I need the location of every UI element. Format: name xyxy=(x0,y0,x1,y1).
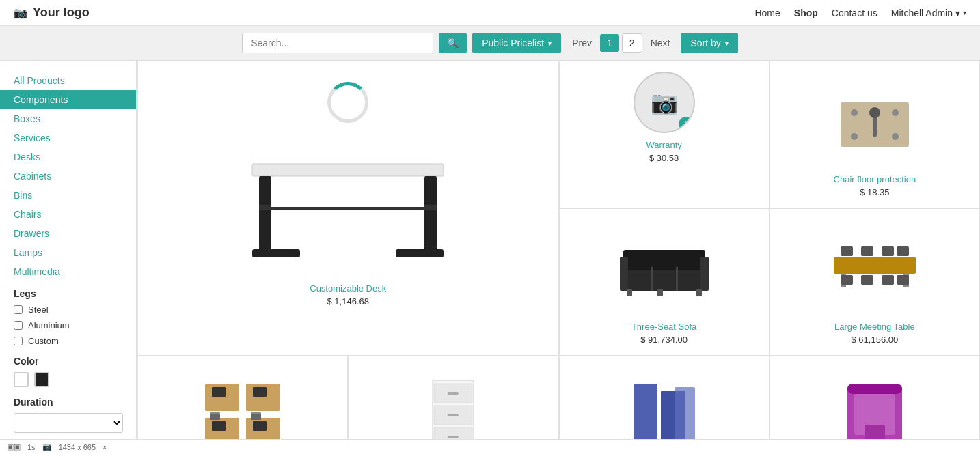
svg-rect-4 xyxy=(396,249,444,257)
page-1-button[interactable]: 1 xyxy=(600,34,619,52)
product-name-chair-floor: Chair floor protection xyxy=(834,174,916,184)
black-swatch[interactable] xyxy=(34,372,49,387)
product-price-three-seat-sofa: $ 91,734.00 xyxy=(640,335,688,345)
svg-rect-19 xyxy=(620,257,628,291)
custom-checkbox[interactable] xyxy=(14,337,23,345)
product-image-sofa xyxy=(570,219,759,315)
color-swatches xyxy=(0,369,136,390)
svg-rect-33 xyxy=(882,275,894,285)
product-three-seat-sofa[interactable]: Three-Seat Sofa $ 91,734.00 xyxy=(559,208,770,356)
bottom-close[interactable]: × xyxy=(103,443,107,451)
sidebar-item-drawers[interactable]: Drawers xyxy=(0,224,136,243)
aluminium-label: Aluminium xyxy=(28,320,70,330)
product-price-chair-floor: $ 18.35 xyxy=(860,187,889,197)
sidebar-item-desks[interactable]: Desks xyxy=(0,147,136,167)
duration-section-label: Duration xyxy=(0,390,136,410)
search-bar: 🔍 Public Pricelist Prev 1 2 Next Sort by xyxy=(0,26,980,61)
sidebar-item-multimedia[interactable]: Multimedia xyxy=(0,262,136,281)
svg-rect-62 xyxy=(847,384,902,394)
svg-rect-22 xyxy=(657,289,663,296)
svg-rect-18 xyxy=(676,267,678,291)
nav-shop[interactable]: Shop xyxy=(794,8,818,18)
sortby-button[interactable]: Sort by xyxy=(681,33,737,53)
svg-rect-30 xyxy=(897,246,909,256)
nav-links: Home Shop Contact us Mitchell Admin ▾ xyxy=(754,8,966,18)
svg-rect-28 xyxy=(861,246,873,256)
product-chair-floor-protection[interactable]: Chair floor protection $ 18.35 xyxy=(770,61,980,208)
product-warranty[interactable]: 📷 + Warranty $ 30.58 xyxy=(559,61,770,208)
nav-contact[interactable]: Contact us xyxy=(832,8,877,18)
sidebar: All Products Components Boxes Services D… xyxy=(0,61,137,454)
bottom-camera-icon: 📷 xyxy=(42,442,52,451)
svg-rect-5 xyxy=(259,205,271,210)
svg-rect-42 xyxy=(251,414,261,420)
product-image-customizable-desk xyxy=(148,72,548,276)
next-button[interactable]: Next xyxy=(645,34,676,52)
svg-rect-3 xyxy=(252,249,300,257)
custom-label: Custom xyxy=(28,336,59,346)
svg-rect-58 xyxy=(675,387,695,445)
search-button[interactable]: 🔍 xyxy=(439,33,467,53)
product-grid: Customizable Desk $ 1,146.68 📷 + Warrant… xyxy=(137,61,980,454)
header: 📷 Your logo Home Shop Contact us Mitchel… xyxy=(0,0,980,26)
product-name-large-meeting: Large Meeting Table xyxy=(834,322,915,332)
nav-home[interactable]: Home xyxy=(754,8,780,18)
svg-rect-53 xyxy=(448,436,459,438)
svg-rect-56 xyxy=(634,384,657,445)
svg-rect-51 xyxy=(448,414,459,416)
sidebar-item-bins[interactable]: Bins xyxy=(0,186,136,205)
pagination: Prev 1 2 Next xyxy=(567,33,675,53)
loading-spinner xyxy=(327,82,368,123)
svg-rect-0 xyxy=(252,164,444,176)
logo-icon: 📷 xyxy=(14,6,27,19)
sidebar-item-cabinets[interactable]: Cabinets xyxy=(0,167,136,186)
search-input[interactable] xyxy=(242,33,433,53)
svg-rect-32 xyxy=(861,275,873,285)
svg-rect-7 xyxy=(271,207,424,210)
svg-rect-6 xyxy=(424,205,437,210)
duration-select[interactable] xyxy=(14,413,123,433)
aluminium-checkbox[interactable] xyxy=(14,321,23,330)
svg-rect-31 xyxy=(841,275,853,285)
sidebar-item-boxes[interactable]: Boxes xyxy=(0,109,136,128)
svg-rect-15 xyxy=(623,267,705,291)
prev-button[interactable]: Prev xyxy=(567,34,597,52)
product-price-large-meeting: $ 61,156.00 xyxy=(852,335,899,345)
svg-rect-29 xyxy=(882,246,894,256)
logo[interactable]: 📷 Your logo xyxy=(14,5,90,20)
bottom-grid-icon: ▣▣ xyxy=(7,442,21,451)
steel-checkbox[interactable] xyxy=(14,305,23,314)
sidebar-item-components[interactable]: Components xyxy=(0,90,136,109)
page-2-button[interactable]: 2 xyxy=(622,33,642,53)
product-image-warranty: 📷 + xyxy=(634,72,695,133)
bottom-timer: 1s xyxy=(27,443,36,451)
product-image-chair-floor xyxy=(780,72,969,167)
filter-steel: Steel xyxy=(0,302,136,317)
svg-point-14 xyxy=(869,107,880,118)
svg-point-10 xyxy=(892,109,899,116)
main-layout: All Products Components Boxes Services D… xyxy=(0,61,980,454)
sidebar-item-services[interactable]: Services xyxy=(0,128,136,147)
product-price-customizable-desk: $ 1,146.68 xyxy=(327,296,369,307)
sidebar-item-chairs[interactable]: Chairs xyxy=(0,205,136,224)
sidebar-item-all-products[interactable]: All Products xyxy=(0,71,136,90)
sidebar-item-lamps[interactable]: Lamps xyxy=(0,243,136,262)
product-name-customizable-desk: Customizable Desk xyxy=(310,283,386,294)
legs-section-label: Legs xyxy=(0,281,136,302)
color-section-label: Color xyxy=(0,349,136,369)
svg-rect-1 xyxy=(259,176,271,251)
logo-text: Your logo xyxy=(33,5,90,20)
product-name-warranty: Warranty xyxy=(646,140,682,150)
filter-custom: Custom xyxy=(0,333,136,349)
svg-rect-41 xyxy=(210,414,220,420)
product-customizable-desk[interactable]: Customizable Desk $ 1,146.68 xyxy=(137,61,559,356)
white-swatch[interactable] xyxy=(14,372,29,387)
bottom-resolution: 980 x 454 xyxy=(59,443,96,451)
product-large-meeting-table[interactable]: Large Meeting Table $ 61,156.00 xyxy=(770,208,980,356)
svg-point-11 xyxy=(851,133,858,140)
user-menu[interactable]: Mitchell Admin ▾ xyxy=(891,8,966,18)
bottom-bar: ▣▣ 1s 📷 980 x 454 × xyxy=(0,439,980,454)
svg-point-9 xyxy=(851,109,858,116)
product-price-warranty: $ 30.58 xyxy=(649,153,679,163)
pricelist-button[interactable]: Public Pricelist xyxy=(472,33,561,53)
